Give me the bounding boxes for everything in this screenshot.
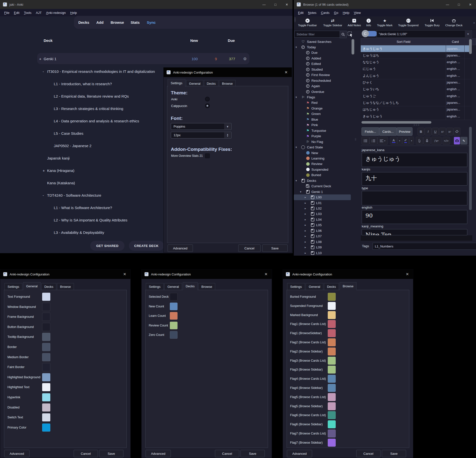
deck-row-genki[interactable]: + Genki 1 100 9 377 ⚙ bbox=[37, 53, 249, 64]
sidebar-item-l10[interactable]: ▸L10 bbox=[294, 250, 359, 256]
minimize-button[interactable]: — bbox=[442, 0, 453, 9]
field-input-japanese_kana[interactable]: きゅうじゅう bbox=[362, 153, 467, 167]
caret-right-icon[interactable]: ▸ bbox=[305, 196, 306, 199]
menu-go[interactable]: Go bbox=[332, 11, 340, 15]
color-swatch[interactable] bbox=[42, 333, 50, 341]
sidebar-item-edited[interactable]: Edited bbox=[294, 61, 359, 67]
color-swatch[interactable] bbox=[170, 322, 178, 329]
caret-right-icon[interactable]: ▸ bbox=[305, 212, 306, 216]
color-swatch[interactable] bbox=[328, 320, 336, 328]
save-button[interactable]: Save bbox=[382, 450, 406, 457]
color-swatch[interactable] bbox=[328, 393, 336, 401]
search-dropdown-icon[interactable]: ▼ bbox=[465, 31, 471, 37]
advanced-button[interactable]: Advanced bbox=[287, 450, 312, 457]
deck-expand-toggle[interactable]: + bbox=[43, 168, 45, 173]
deck-row[interactable]: Kana (Katakana) bbox=[47, 181, 75, 185]
color-swatch[interactable] bbox=[42, 313, 50, 321]
close-icon[interactable]: ✕ bbox=[119, 269, 130, 279]
card-column-header[interactable]: Card bbox=[446, 39, 465, 45]
tab-settings[interactable]: Settings bbox=[168, 79, 185, 87]
nav-add[interactable]: Add bbox=[96, 16, 103, 29]
deck-row[interactable]: L2 - Why is SA important & Quality Attri… bbox=[54, 218, 127, 222]
deck-row[interactable]: L1 - Introduction, what is research? bbox=[54, 82, 112, 86]
font-size-spinner[interactable]: 12px▲▼ bbox=[171, 132, 232, 138]
table-row[interactable]: じゅうなな／じゅうしちjapanes... bbox=[361, 99, 472, 106]
tab-settings[interactable]: Settings bbox=[287, 283, 305, 290]
table-row[interactable]: にじゅうenglish ... bbox=[361, 66, 472, 73]
sidebar-item-learning[interactable]: Learning bbox=[294, 156, 359, 161]
expand-toggle[interactable]: + bbox=[39, 56, 41, 61]
close-icon[interactable]: ✕ bbox=[260, 269, 272, 279]
menu-cards[interactable]: Cards bbox=[319, 11, 332, 15]
menu-file[interactable]: File bbox=[2, 11, 12, 15]
cancel-button[interactable]: Cancel bbox=[238, 244, 261, 252]
color-swatch[interactable] bbox=[42, 303, 50, 311]
color-swatch[interactable] bbox=[42, 423, 50, 431]
caret-right-icon[interactable]: ▸ bbox=[305, 207, 306, 210]
color-swatch[interactable] bbox=[328, 402, 336, 410]
deck-row[interactable]: L5 - Case Studies bbox=[54, 131, 83, 135]
tab-general[interactable]: General bbox=[23, 282, 41, 290]
tab-settings[interactable]: Settings bbox=[146, 283, 164, 290]
caret-right-icon[interactable]: ▸ bbox=[305, 218, 306, 221]
menu-anki-redesign[interactable]: Anki-redesign bbox=[44, 11, 68, 15]
menu-view[interactable]: View bbox=[352, 11, 363, 15]
close-icon[interactable]: ✕ bbox=[280, 68, 292, 77]
deck-row[interactable]: L3 - Research strategies & critical thin… bbox=[54, 107, 123, 111]
color-swatch[interactable] bbox=[170, 312, 178, 320]
attachment-button[interactable] bbox=[416, 137, 423, 145]
toolbar-overflow-chevron-icon[interactable]: » bbox=[473, 21, 475, 25]
sidebar-item-added[interactable]: Added bbox=[294, 55, 359, 61]
deck-row[interactable]: L1 - What is Software Architecture? bbox=[54, 206, 112, 210]
caret-right-icon[interactable]: ▸ bbox=[305, 240, 306, 243]
advanced-button[interactable]: Advanced bbox=[4, 450, 30, 457]
close-icon[interactable]: ✕ bbox=[402, 269, 413, 279]
deck-name[interactable]: Genki 1 bbox=[44, 56, 57, 61]
fastbar-toggle-bury[interactable]: Toggle Bury bbox=[425, 18, 440, 27]
menu-ajt[interactable]: AJT bbox=[34, 11, 44, 15]
color-swatch[interactable] bbox=[328, 375, 336, 383]
toolbar-drag-handle[interactable]: ⣿⣿⣿ bbox=[294, 18, 296, 28]
sidebar-item-orange[interactable]: ⚑Orange bbox=[294, 106, 359, 111]
fastbar-toggle-sidebar[interactable]: ⇄Toggle Sidebar bbox=[323, 18, 342, 27]
deck-row[interactable]: JAP0502 - Japanese 2 bbox=[54, 144, 91, 148]
cancel-button[interactable]: Cancel bbox=[74, 450, 98, 457]
sidebar-item-genki-1[interactable]: ▾Genki 1 bbox=[294, 189, 359, 195]
sidebar-item-l07[interactable]: ▸L07 bbox=[294, 233, 359, 239]
theme-radio-anki[interactable] bbox=[205, 97, 210, 102]
color-swatch[interactable] bbox=[328, 366, 336, 374]
field-input-kanjis[interactable]: 九十 bbox=[362, 172, 467, 186]
sidebar-item-l08[interactable]: ▸L08 bbox=[294, 239, 359, 245]
deck-row[interactable]: IT3010 - Empirical research methodologie… bbox=[47, 69, 155, 74]
spinner-arrows-icon[interactable]: ▲▼ bbox=[224, 132, 231, 138]
table-row[interactable]: はちじゅうjapanes... bbox=[361, 106, 472, 113]
subscript-button[interactable]: x2 bbox=[446, 128, 453, 135]
caret-right-icon[interactable]: ▸ bbox=[305, 223, 306, 227]
equation-button[interactable]: ƒx ▾ bbox=[431, 137, 442, 145]
caret-down-icon[interactable]: ▾ bbox=[300, 190, 301, 193]
nav-sync[interactable]: Sync bbox=[147, 16, 156, 29]
menu-edit[interactable]: Edit bbox=[12, 11, 22, 15]
search-icon-button[interactable] bbox=[340, 31, 347, 38]
editor-fields-button[interactable]: Fields... bbox=[361, 127, 379, 136]
sidebar-item-flags[interactable]: ▾⚐Flags bbox=[294, 94, 359, 100]
color-swatch[interactable] bbox=[328, 348, 336, 355]
eraser-button[interactable] bbox=[453, 128, 460, 135]
color-swatch[interactable] bbox=[170, 302, 178, 310]
menu-notes[interactable]: Notes bbox=[306, 11, 319, 15]
search-input[interactable]: "deck:Genki 1::L00" ▼ bbox=[377, 30, 472, 38]
tab-general[interactable]: General bbox=[164, 283, 182, 290]
save-button[interactable]: Save bbox=[262, 244, 288, 252]
tab-browse[interactable]: Browse bbox=[340, 282, 357, 290]
sidebar-item-first-review[interactable]: First Review bbox=[294, 72, 359, 78]
sidebar-item-l00[interactable]: ▸L00 bbox=[294, 194, 351, 200]
color-swatch[interactable] bbox=[328, 430, 336, 437]
sidebar-item-purple[interactable]: ⚑Purple bbox=[294, 133, 359, 139]
deck-row[interactable]: TDT4240 - Software Architecture bbox=[47, 193, 101, 197]
sidebar-item-pink[interactable]: ⚑Pink bbox=[294, 122, 359, 128]
sidebar-item-green[interactable]: ⚑Green bbox=[294, 111, 359, 117]
caret-down-icon[interactable]: ▾ bbox=[296, 96, 297, 99]
sidebar-item-blue[interactable]: ⚑Blue bbox=[294, 117, 359, 122]
sidebar-item-review[interactable]: Review bbox=[294, 161, 359, 167]
select-arrow-icon[interactable]: ▼ bbox=[224, 124, 231, 129]
